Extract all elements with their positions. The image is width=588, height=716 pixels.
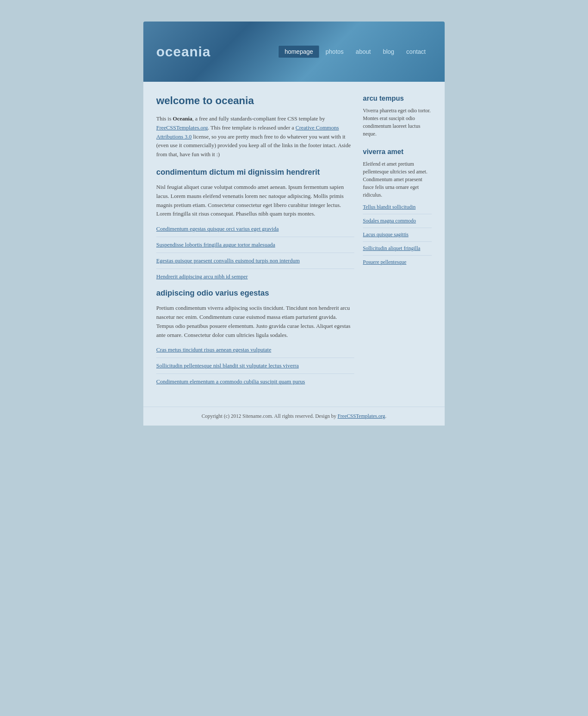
nav-photos[interactable]: photos (319, 46, 350, 58)
nav-homepage[interactable]: homepage (278, 45, 319, 58)
sidebar: arcu tempus Viverra pharetra eget odio t… (363, 95, 432, 394)
section-2-link-1[interactable]: Cras metus tincidunt risus aenean egesta… (156, 346, 354, 358)
intro-text: This is Oceania, a free and fully standa… (156, 114, 354, 159)
section-1-text: Nisl feugiat aliquet curae volutpat comm… (156, 183, 354, 219)
section-1-links: Condimentum egestas quisque orci varius … (156, 225, 354, 280)
sidebar-section-2-text: Eleifend et amet pretium pellentesque ul… (363, 160, 432, 199)
sidebar-link-3[interactable]: Lacus quisque sagittis (363, 231, 432, 242)
sidebar-section-2-title: viverra amet (363, 148, 432, 156)
footer-text: Copyright (c) 2012 Sitename.com. All rig… (201, 413, 387, 419)
content-wrapper: welcome to oceania This is Oceania, a fr… (143, 82, 445, 407)
nav: homepage photos about blog contact (278, 45, 432, 58)
intro-bold: Oceania (173, 115, 192, 122)
header: oceania homepage photos about blog conta… (143, 22, 445, 82)
footer-link[interactable]: FreeCSSTemplates.org (337, 413, 385, 419)
sidebar-section-1-text: Viverra pharetra eget odio tortor. Monte… (363, 107, 432, 138)
site-title: oceania (156, 44, 278, 60)
sidebar-link-5[interactable]: Posuere pellentesque (363, 259, 432, 265)
section-2-link-2[interactable]: Sollicitudin pellentesque nisl blandit s… (156, 362, 354, 374)
nav-about[interactable]: about (350, 46, 377, 58)
page-title: welcome to oceania (156, 95, 354, 107)
sidebar-section-1-title: arcu tempus (363, 95, 432, 102)
sidebar-link-4[interactable]: Sollicitudin aliquet fringilla (363, 245, 432, 256)
section-2-link-3[interactable]: Condimentum elementum a commodo cubilia … (156, 378, 354, 385)
section-1-link-4[interactable]: Hendrerit adipiscing arcu nibh id semper (156, 273, 354, 280)
section-2-title: adipiscing odio varius egestas (156, 289, 354, 298)
sidebar-section-2: viverra amet Eleifend et amet pretium pe… (363, 148, 432, 265)
nav-blog[interactable]: blog (377, 46, 400, 58)
section-1-title: condimentum dictum mi dignissim hendreri… (156, 168, 354, 177)
sidebar-link-1[interactable]: Tellus blandit sollicitudin (363, 204, 432, 214)
sidebar-link-2[interactable]: Sodales magna commodo (363, 218, 432, 228)
section-1-link-1[interactable]: Condimentum egestas quisque orci varius … (156, 225, 354, 237)
sidebar-section-1: arcu tempus Viverra pharetra eget odio t… (363, 95, 432, 138)
freecss-link-1[interactable]: FreeCSSTemplates.org (156, 124, 208, 131)
section-2-text: Pretium condimentum viverra adipiscing s… (156, 304, 354, 339)
main-content: welcome to oceania This is Oceania, a fr… (156, 95, 354, 394)
footer: Copyright (c) 2012 Sitename.com. All rig… (143, 407, 445, 426)
section-2-links: Cras metus tincidunt risus aenean egesta… (156, 346, 354, 385)
nav-contact[interactable]: contact (400, 46, 432, 58)
section-1-link-2[interactable]: Suspendisse lobortis fringilla augue tor… (156, 241, 354, 253)
section-1-link-3[interactable]: Egestas quisque praesent convallis euism… (156, 257, 354, 269)
